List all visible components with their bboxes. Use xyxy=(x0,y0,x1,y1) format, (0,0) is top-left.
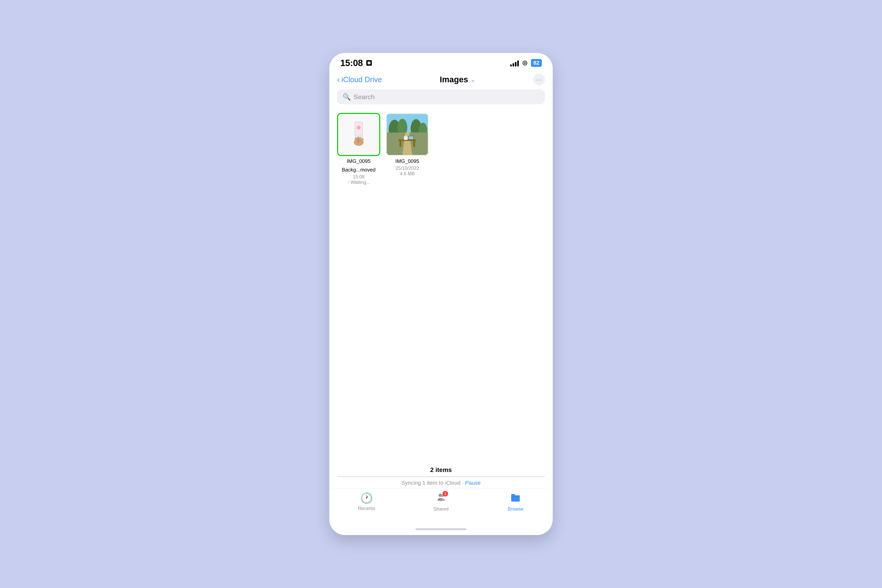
file-thumb-1[interactable] xyxy=(337,113,380,156)
svg-text:!: ! xyxy=(369,62,369,64)
nav-dropdown-icon[interactable]: ⌄ xyxy=(470,76,475,83)
file-name-1: IMG_0095 xyxy=(347,158,370,165)
tab-shared[interactable]: 1 Shared xyxy=(404,492,478,512)
svg-point-22 xyxy=(404,136,408,137)
sync-status-wrap: Syncing 1 item to iCloud · Pause xyxy=(401,480,481,486)
file-size-2: 4.6 MB xyxy=(400,171,415,176)
browse-icon xyxy=(510,492,520,505)
items-count: 2 items xyxy=(430,466,452,474)
tab-bar: 🕐 Recents 1 Shared xyxy=(329,488,553,524)
bottom-status: 2 items Syncing 1 item to iCloud · Pause xyxy=(329,466,553,488)
svg-rect-9 xyxy=(360,137,362,143)
tab-browse-icon-wrap xyxy=(510,492,520,505)
phone-thumbnail xyxy=(338,114,379,155)
phone-frame: 15:08 ! ⊛ 82 ‹ iCloud Drive xyxy=(329,53,553,535)
file-date-2: 25/10/2022 xyxy=(396,165,419,171)
nav-title: Images xyxy=(440,75,468,84)
svg-rect-28 xyxy=(511,494,515,496)
nav-title-wrap: Images ⌄ xyxy=(440,75,476,84)
home-indicator xyxy=(329,524,553,535)
nav-bar: ‹ iCloud Drive Images ⌄ ··· xyxy=(329,70,553,89)
back-button[interactable]: ‹ iCloud Drive xyxy=(337,75,382,84)
nav-more-button[interactable]: ··· xyxy=(533,74,545,86)
outdoor-thumbnail xyxy=(387,114,428,155)
list-item[interactable]: IMG_0095 25/10/2022 4.6 MB xyxy=(386,113,429,185)
svg-rect-19 xyxy=(399,141,401,147)
battery-badge: 82 xyxy=(531,59,542,67)
wifi-icon: ⊛ xyxy=(522,59,528,67)
sync-status-text: Syncing 1 item to iCloud xyxy=(401,480,460,486)
alert-icon: ! xyxy=(366,60,372,66)
search-icon: 🔍 xyxy=(343,93,351,101)
file-name-2: IMG_0095 xyxy=(395,158,419,165)
svg-rect-24 xyxy=(409,136,413,140)
files-grid: IMG_0095 Backg...moved 15:08 ↑ Waiting..… xyxy=(337,113,545,185)
svg-rect-10 xyxy=(362,138,363,143)
tab-recents[interactable]: 🕐 Recents xyxy=(329,492,404,511)
svg-rect-27 xyxy=(511,495,520,502)
file-date-1: 15:08 xyxy=(353,174,364,180)
files-area: IMG_0095 Backg...moved 15:08 ↑ Waiting..… xyxy=(329,109,553,466)
back-label: iCloud Drive xyxy=(341,75,382,84)
back-chevron-icon: ‹ xyxy=(337,75,340,84)
upload-arrow-icon: ↑ xyxy=(347,180,350,185)
status-bar: 15:08 ! ⊛ 82 xyxy=(329,53,553,70)
status-time: 15:08 xyxy=(340,58,363,68)
recents-icon: 🕐 xyxy=(360,492,373,504)
svg-rect-7 xyxy=(355,137,357,143)
tab-recents-label: Recents xyxy=(358,506,375,511)
sync-progress-bar xyxy=(337,476,545,477)
nav-more-dots-icon: ··· xyxy=(536,76,542,83)
list-item[interactable]: IMG_0095 Backg...moved 15:08 ↑ Waiting..… xyxy=(337,113,380,185)
file-waiting-text: Waiting... xyxy=(351,180,370,185)
tab-shared-icon-wrap: 1 xyxy=(436,492,446,505)
svg-rect-8 xyxy=(357,137,359,143)
file-subtitle-1: Backg...moved xyxy=(342,166,375,173)
tab-browse-label: Browse xyxy=(508,506,524,512)
shared-badge: 1 xyxy=(442,491,448,496)
status-icons: ⊛ 82 xyxy=(510,59,542,67)
tab-recents-icon-wrap: 🕐 xyxy=(360,492,373,504)
tab-shared-label: Shared xyxy=(434,506,448,512)
search-bar[interactable]: 🔍 Search xyxy=(337,89,545,104)
file-status-1: ↑ Waiting... xyxy=(347,180,370,185)
svg-point-5 xyxy=(357,126,361,129)
home-bar xyxy=(416,528,466,530)
sync-pause-button[interactable]: Pause xyxy=(465,480,481,486)
sync-dot: · xyxy=(462,480,465,486)
search-placeholder: Search xyxy=(354,93,375,101)
search-bar-wrap: 🔍 Search xyxy=(329,89,553,109)
svg-rect-20 xyxy=(413,141,415,147)
signal-icon xyxy=(510,59,519,66)
tab-browse[interactable]: Browse xyxy=(478,492,553,512)
file-thumb-2[interactable] xyxy=(386,113,429,156)
